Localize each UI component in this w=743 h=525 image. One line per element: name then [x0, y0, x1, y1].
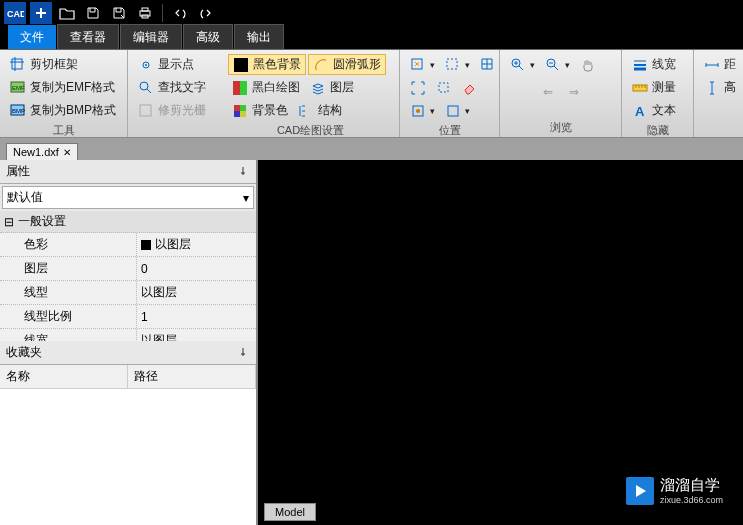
pos-btn-6[interactable] [458, 77, 482, 98]
zoom-in-button[interactable]: ▾ [506, 54, 539, 75]
pos-btn-3[interactable] [476, 54, 500, 75]
watermark: 溜溜自学 zixue.3d66.com [626, 476, 723, 505]
hand-icon [580, 57, 596, 73]
default-value-dropdown[interactable]: 默认值 ▾ [2, 186, 254, 209]
undo-icon[interactable] [169, 2, 191, 24]
grid-icon [480, 57, 496, 73]
svg-text:A: A [635, 104, 645, 119]
dist-button[interactable]: 距 [700, 54, 736, 75]
zoom-in-icon [510, 57, 526, 73]
open-icon[interactable] [56, 2, 78, 24]
chevron-down-icon: ▾ [243, 191, 249, 205]
redo-icon[interactable] [195, 2, 217, 24]
bw-draw-button[interactable]: 黑白绘图 [228, 77, 304, 98]
pos-btn-5[interactable] [432, 77, 456, 98]
tab-file[interactable]: 文件 [8, 25, 56, 49]
svg-rect-18 [234, 111, 240, 117]
zoom-out-button[interactable]: ▾ [541, 54, 574, 75]
svg-rect-25 [448, 106, 458, 116]
pin-icon[interactable] [238, 166, 250, 178]
ribbon: 剪切框架 EMF复制为EMF格式 BMP复制为BMP格式 工具 显示点 查找文字… [0, 50, 743, 138]
snap-icon [410, 103, 426, 119]
print-icon[interactable] [134, 2, 156, 24]
save-icon[interactable] [82, 2, 104, 24]
black-bg-button[interactable]: 黑色背景 [228, 54, 306, 75]
svg-rect-2 [142, 8, 148, 11]
smooth-arc-button[interactable]: 圆滑弧形 [308, 54, 386, 75]
prop-row[interactable]: 线宽 以图层 [0, 329, 256, 341]
svg-point-24 [416, 109, 420, 113]
svg-rect-14 [233, 81, 240, 95]
palette-icon [232, 103, 248, 119]
text-button[interactable]: A文本 [628, 100, 687, 121]
erase-icon [462, 80, 478, 96]
color-swatch [141, 240, 151, 250]
tab-advanced[interactable]: 高级 [183, 24, 233, 49]
crop-frame-button[interactable]: 剪切框架 [6, 54, 121, 75]
pos-btn-8[interactable]: ▾ [441, 100, 474, 121]
pos-btn-1[interactable]: ▾ [406, 54, 439, 75]
trim-icon [138, 103, 154, 119]
pan-button[interactable] [576, 54, 600, 75]
tab-editor[interactable]: 编辑器 [120, 24, 182, 49]
pin-icon[interactable] [238, 347, 250, 359]
lineweight-icon [632, 57, 648, 73]
height-button[interactable]: 高 [700, 77, 736, 98]
emf-icon: EMF [10, 80, 26, 96]
play-icon [626, 477, 654, 505]
measure-button[interactable]: 测量 [628, 77, 687, 98]
trim-raster-button: 修剪光栅 [134, 100, 216, 121]
app-logo-icon[interactable]: CAD [4, 2, 26, 24]
collapse-icon[interactable]: ⊟ [4, 215, 14, 229]
copy-bmp-button[interactable]: BMP复制为BMP格式 [6, 100, 121, 121]
save-as-icon[interactable] [108, 2, 130, 24]
properties-header: 属性 [0, 160, 256, 184]
nav-left-button: ⇐ [536, 81, 560, 102]
bg-color-button[interactable]: 背景色 [228, 100, 292, 121]
find-text-button[interactable]: 查找文字 [134, 77, 216, 98]
favorites-list[interactable] [0, 389, 256, 525]
property-grid[interactable]: ⊟ 一般设置 色彩 以图层 图层 0 线型 以图层 线型比例 1 线宽 以图层 [0, 211, 256, 341]
col-path[interactable]: 路径 [128, 365, 256, 388]
model-tab[interactable]: Model [264, 503, 316, 521]
new-button[interactable] [30, 2, 52, 24]
show-points-button[interactable]: 显示点 [134, 54, 216, 75]
extent-icon [445, 57, 461, 73]
prop-row[interactable]: 线型比例 1 [0, 305, 256, 329]
arrow-left-icon: ⇐ [540, 84, 556, 100]
favorites-columns: 名称 路径 [0, 365, 256, 389]
layers-button[interactable]: 图层 [306, 77, 358, 98]
arrow-right-icon: ⇒ [566, 84, 582, 100]
svg-point-10 [145, 64, 147, 66]
col-name[interactable]: 名称 [0, 365, 128, 388]
tab-output[interactable]: 输出 [234, 24, 284, 49]
ruler-icon [632, 80, 648, 96]
select-icon [436, 80, 452, 96]
prop-row[interactable]: 线型 以图层 [0, 281, 256, 305]
pos-btn-7[interactable]: ▾ [406, 100, 439, 121]
close-icon[interactable]: ✕ [63, 147, 71, 158]
favorites-header: 收藏夹 [0, 341, 256, 365]
group-label-browse: 浏览 [506, 118, 615, 135]
favorites-panel: 名称 路径 [0, 365, 256, 525]
svg-text:EMF: EMF [12, 85, 25, 91]
svg-rect-19 [240, 111, 246, 117]
prop-row[interactable]: 色彩 以图层 [0, 233, 256, 257]
prop-row[interactable]: 图层 0 [0, 257, 256, 281]
structure-button[interactable]: 结构 [294, 100, 346, 121]
svg-rect-13 [234, 58, 248, 72]
svg-rect-21 [447, 59, 457, 69]
fit-icon [410, 80, 426, 96]
document-tab[interactable]: New1.dxf ✕ [6, 143, 78, 160]
drawing-viewport[interactable]: Model 溜溜自学 zixue.3d66.com [258, 160, 743, 525]
pos-btn-2[interactable]: ▾ [441, 54, 474, 75]
prop-section-general[interactable]: ⊟ 一般设置 [0, 211, 256, 233]
lineweight-button[interactable]: 线宽 [628, 54, 687, 75]
move-icon [410, 57, 426, 73]
tab-viewer[interactable]: 查看器 [57, 24, 119, 49]
pos-btn-4[interactable] [406, 77, 430, 98]
text-icon: A [632, 103, 648, 119]
group-label-tools: 工具 [6, 121, 121, 138]
main-area: 属性 默认值 ▾ ⊟ 一般设置 色彩 以图层 图层 0 线型 以图层 [0, 160, 743, 525]
copy-emf-button[interactable]: EMF复制为EMF格式 [6, 77, 121, 98]
